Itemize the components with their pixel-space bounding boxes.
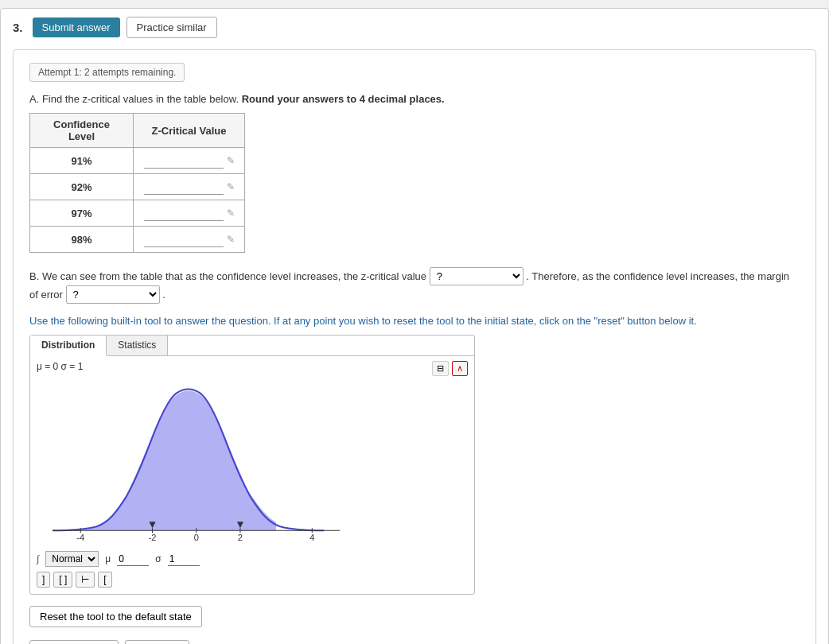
part-b-text1: B. We can see from the table that as the… <box>29 270 426 282</box>
attempt-banner: Attempt 1: 2 attempts remaining. <box>29 63 185 82</box>
svg-text:4: 4 <box>309 533 314 543</box>
practice-similar-button[interactable]: Practice similar <box>126 17 217 38</box>
tool-action-buttons: ] [ ] ⊢ [ <box>37 572 468 588</box>
reset-row: Reset the tool to the default state <box>29 606 800 627</box>
confidence-level-cell-3: 98% <box>30 227 134 253</box>
distribution-tool: Distribution Statistics μ = 0 σ = 1 ⊟ ∧ <box>29 335 475 595</box>
z-critical-value-cell-2: ✎ <box>134 200 245 227</box>
distribution-graph: -4 -2 0 2 <box>37 379 468 546</box>
part-a-text-bold: Round your answers to 4 decimal places. <box>242 93 445 105</box>
tool-action-btn-4[interactable]: [ <box>98 572 111 588</box>
content-box: Attempt 1: 2 attempts remaining. A. Find… <box>13 49 816 644</box>
sigma-input[interactable] <box>168 553 200 566</box>
part-b-row: B. We can see from the table that as the… <box>29 267 800 304</box>
part-b-period: . <box>162 289 165 301</box>
svg-text:0: 0 <box>194 533 199 543</box>
edit-icon: ✎ <box>227 234 235 245</box>
mu-input[interactable] <box>117 553 149 566</box>
next-item-button[interactable]: Next item <box>125 640 189 644</box>
mu-label: μ <box>105 553 111 564</box>
edit-icon: ✎ <box>227 208 235 219</box>
submit-answer-top-button[interactable]: Submit answer <box>33 17 120 37</box>
tool-top-bar: μ = 0 σ = 1 ⊟ ∧ <box>37 361 468 376</box>
sigma-label: σ <box>155 553 161 564</box>
col-header-z-critical: Z-Critical Value <box>134 114 245 148</box>
submit-answer-bottom-button[interactable]: Submit answer <box>29 640 119 644</box>
wave-line-icon: ∫ <box>37 553 39 564</box>
tool-action-btn-1[interactable]: ] <box>37 572 50 588</box>
reset-tool-button[interactable]: Reset the tool to the default state <box>29 606 202 627</box>
z-critical-value-cell-1: ✎ <box>134 174 245 200</box>
tool-instructions: Use the following built-in tool to answe… <box>29 315 800 327</box>
graph-area: -4 -2 0 2 <box>37 379 468 546</box>
table-row: 97%✎ <box>30 200 245 227</box>
margin-of-error-trend-dropdown[interactable]: ?increasesdecreasesstays the same <box>66 285 160 304</box>
bottom-row: Submit answer Next item <box>29 640 800 644</box>
question-header: 3. Submit answer Practice similar <box>13 17 816 38</box>
z-critical-input-2[interactable] <box>144 205 224 221</box>
z-critical-input-1[interactable] <box>144 179 224 195</box>
tab-statistics[interactable]: Statistics <box>107 336 168 355</box>
z-critical-value-cell-0: ✎ <box>134 148 245 174</box>
confidence-level-cell-0: 91% <box>30 148 134 174</box>
table-row: 98%✎ <box>30 227 245 253</box>
page-wrapper: 3. Submit answer Practice similar Attemp… <box>0 8 829 644</box>
svg-text:-2: -2 <box>149 533 157 543</box>
z-critical-table: Confidence Level Z-Critical Value 91%✎92… <box>29 113 245 253</box>
question-number: 3. <box>13 21 23 34</box>
export-icon-button[interactable]: ⊟ <box>432 361 449 376</box>
tool-tabs: Distribution Statistics <box>30 336 474 356</box>
col-header-confidence: Confidence Level <box>30 114 134 148</box>
edit-icon: ✎ <box>227 155 235 166</box>
tool-controls: ∫ Normal μ σ <box>37 551 468 567</box>
tab-distribution[interactable]: Distribution <box>30 336 107 356</box>
z-critical-trend-dropdown[interactable]: ?increasesdecreasesstays the same <box>430 267 523 285</box>
confidence-level-cell-1: 92% <box>30 174 134 200</box>
tool-body: μ = 0 σ = 1 ⊟ ∧ <box>30 356 474 594</box>
mu-sigma-label: μ = 0 σ = 1 <box>37 361 83 372</box>
part-a-text-before: A. Find the z-critical values in the tab… <box>29 93 239 105</box>
z-critical-value-cell-3: ✎ <box>134 227 245 253</box>
svg-text:2: 2 <box>238 533 243 543</box>
z-critical-input-0[interactable] <box>144 153 224 169</box>
z-critical-input-3[interactable] <box>144 231 224 247</box>
tool-action-btn-2[interactable]: [ ] <box>53 572 72 588</box>
tool-icons: ⊟ ∧ <box>432 361 468 376</box>
part-a-instruction: A. Find the z-critical values in the tab… <box>29 93 800 105</box>
table-row: 91%✎ <box>30 148 245 174</box>
edit-icon: ✎ <box>227 181 235 192</box>
tool-action-btn-3[interactable]: ⊢ <box>76 572 95 588</box>
table-row: 92%✎ <box>30 174 245 200</box>
svg-text:-4: -4 <box>76 533 84 543</box>
distribution-type-select[interactable]: Normal <box>45 551 99 567</box>
confidence-level-cell-2: 97% <box>30 200 134 227</box>
wave-icon-button[interactable]: ∧ <box>452 361 468 376</box>
